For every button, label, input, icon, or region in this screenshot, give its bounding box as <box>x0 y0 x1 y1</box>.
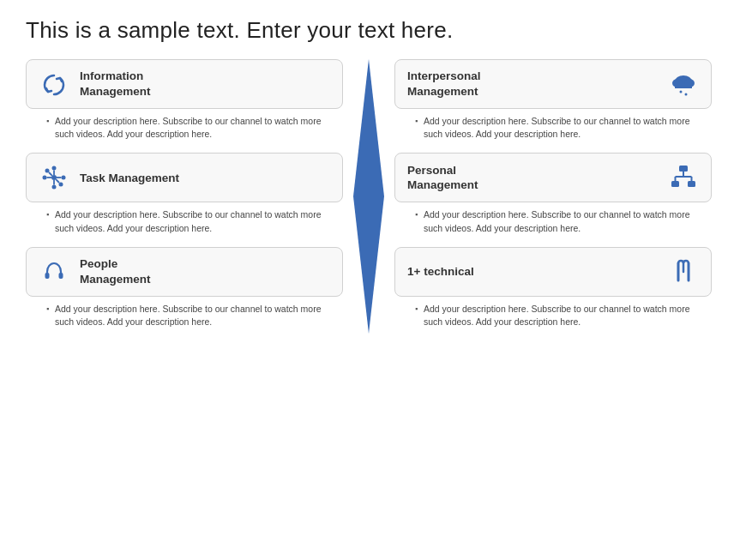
card-header-interpersonal: InterpersonalManagement <box>394 59 712 109</box>
svg-line-11 <box>49 172 52 176</box>
card-header-people: PeopleManagement <box>26 247 343 297</box>
task-icon <box>39 162 69 193</box>
card-people-management: PeopleManagement Add your description he… <box>26 247 343 328</box>
svg-rect-24 <box>688 181 695 187</box>
card-personal-management: PersonalManagement <box>394 153 712 234</box>
people-management-title: PeopleManagement <box>80 256 151 286</box>
list-item: Add your description here. Subscribe to … <box>415 303 700 328</box>
svg-rect-13 <box>45 273 50 279</box>
svg-rect-14 <box>59 273 63 279</box>
right-column: InterpersonalManagement <box>394 59 712 334</box>
svg-rect-22 <box>679 166 688 172</box>
svg-point-4 <box>62 176 66 180</box>
info-icon <box>39 69 69 99</box>
task-management-title: Task Management <box>80 171 179 186</box>
people-icon <box>39 256 69 287</box>
card-header-personal: PersonalManagement <box>394 153 712 202</box>
svg-point-3 <box>43 176 47 180</box>
content-area: InformationManagement Add your descripti… <box>26 59 720 334</box>
slide-title: This is a sample text. Enter your text h… <box>26 17 720 44</box>
list-item: Add your description here. Subscribe to … <box>415 115 700 141</box>
list-item: Add your description here. Subscribe to … <box>46 208 331 234</box>
svg-line-12 <box>56 180 59 184</box>
card-information-management: InformationManagement Add your descripti… <box>26 59 343 141</box>
information-management-title: InformationManagement <box>80 69 151 99</box>
svg-point-5 <box>45 169 50 173</box>
task-management-body: Add your description here. Subscribe to … <box>26 202 343 234</box>
left-column: InformationManagement Add your descripti… <box>26 59 343 334</box>
svg-rect-19 <box>675 84 692 88</box>
svg-rect-23 <box>671 181 679 187</box>
card-interpersonal-management: InterpersonalManagement <box>394 59 712 141</box>
svg-point-20 <box>680 91 683 93</box>
tools-icon <box>668 256 699 287</box>
card-technical: 1+ technical Add your <box>394 247 712 328</box>
cloud-icon <box>668 69 699 99</box>
svg-point-6 <box>59 183 63 187</box>
svg-marker-15 <box>353 59 384 334</box>
card-header-task: Task Management <box>26 153 343 202</box>
information-management-body: Add your description here. Subscribe to … <box>26 109 343 141</box>
personal-management-title: PersonalManagement <box>407 163 478 193</box>
card-header-information: InformationManagement <box>26 59 343 109</box>
technical-body: Add your description here. Subscribe to … <box>394 297 712 328</box>
people-management-body: Add your description here. Subscribe to … <box>26 297 343 328</box>
svg-point-21 <box>685 93 688 96</box>
svg-point-0 <box>51 175 57 180</box>
interpersonal-management-title: InterpersonalManagement <box>407 69 481 99</box>
list-item: Add your description here. Subscribe to … <box>46 115 331 141</box>
technical-title: 1+ technical <box>407 264 474 280</box>
card-header-technical: 1+ technical <box>394 247 712 297</box>
svg-point-2 <box>52 185 57 190</box>
card-task-management: Task Management Add your description her… <box>26 153 343 234</box>
personal-management-body: Add your description here. Subscribe to … <box>394 202 712 234</box>
org-icon <box>668 162 699 193</box>
list-item: Add your description here. Subscribe to … <box>46 303 331 328</box>
svg-point-1 <box>52 166 57 171</box>
center-divider <box>343 59 394 334</box>
slide: This is a sample text. Enter your text h… <box>0 0 746 560</box>
interpersonal-management-body: Add your description here. Subscribe to … <box>394 109 712 141</box>
list-item: Add your description here. Subscribe to … <box>415 208 700 234</box>
